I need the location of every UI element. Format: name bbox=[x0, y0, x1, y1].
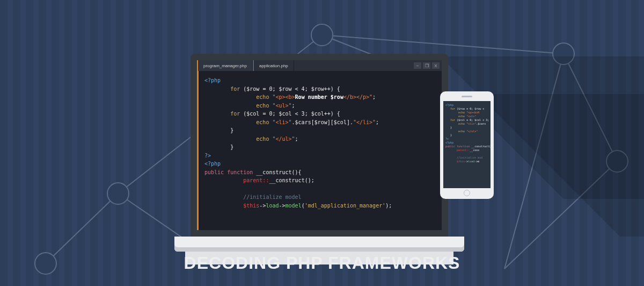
code-token: "</ul>" bbox=[272, 136, 295, 142]
phone-home-button bbox=[464, 190, 470, 196]
code-token: "</ul>" bbox=[466, 130, 478, 133]
code-token: -> bbox=[279, 203, 286, 209]
svg-point-8 bbox=[35, 253, 56, 274]
code-token: echo bbox=[256, 136, 272, 142]
code-token: .$cars[$row][$col]. bbox=[292, 119, 353, 125]
code-token: </b></p>" bbox=[343, 94, 372, 100]
code-token: echo bbox=[458, 111, 466, 114]
laptop-base bbox=[174, 237, 464, 252]
code-token: //initialize model bbox=[243, 194, 301, 200]
code-token: } bbox=[230, 144, 233, 150]
code-token: for bbox=[230, 111, 240, 117]
close-button[interactable]: X bbox=[432, 62, 440, 69]
code-token: echo bbox=[458, 115, 466, 118]
code-token: echo bbox=[458, 130, 466, 133]
code-token: (){ bbox=[489, 145, 491, 148]
code-token: "<p><b> bbox=[272, 94, 295, 100]
code-token: ; bbox=[295, 136, 298, 142]
code-token: ; bbox=[376, 119, 379, 125]
laptop-screen: program_manager.php application.php − ❐ … bbox=[191, 54, 448, 237]
code-token: "</li>" bbox=[353, 119, 376, 125]
code-token: Row number $row bbox=[295, 94, 343, 100]
svg-line-4 bbox=[322, 35, 564, 54]
code-token: "<p><b>R bbox=[466, 111, 479, 114]
laptop-illustration: program_manager.php application.php − ❐ … bbox=[191, 54, 448, 252]
code-token: ?> bbox=[204, 153, 211, 159]
code-token: parent:: bbox=[243, 177, 269, 183]
code-token: __construct bbox=[256, 169, 291, 175]
code-token: "<li>" bbox=[272, 119, 291, 125]
code-token: __construct bbox=[269, 177, 304, 183]
code-token: echo bbox=[256, 94, 272, 100]
code-token: ?> bbox=[445, 137, 449, 140]
code-token: -> bbox=[259, 203, 266, 209]
code-token: ($row = 0; $row < 4; $row++) { bbox=[240, 86, 340, 92]
code-token: load bbox=[468, 160, 474, 163]
code-token: "<ul>" bbox=[466, 115, 476, 118]
code-token: ; bbox=[292, 103, 295, 109]
tab-program-manager[interactable]: program_manager.php bbox=[197, 60, 253, 71]
code-token: ->m bbox=[474, 160, 479, 163]
code-editor: <?php for ($row = 0; $row < 4; $row++) {… bbox=[197, 71, 442, 215]
phone-screen: <?php for ($row = 0; $row < echo "<p><b>… bbox=[443, 101, 491, 188]
tab-label: program_manager.php bbox=[203, 63, 247, 68]
code-token: $this bbox=[243, 203, 259, 209]
code-token: <?php bbox=[204, 161, 221, 167]
code-token: ); bbox=[385, 203, 392, 209]
code-token: .$cars bbox=[476, 122, 486, 125]
code-token: "<ul>" bbox=[272, 103, 291, 109]
code-token: ($row = 0; $row < bbox=[455, 107, 484, 110]
page-title: DECODING PHP FRAMEWORKS bbox=[184, 253, 460, 273]
svg-point-9 bbox=[107, 183, 129, 204]
editor-tabbar: program_manager.php application.php − ❐ … bbox=[197, 60, 442, 71]
code-token: parent:: bbox=[457, 148, 470, 152]
code-token: <?php bbox=[445, 103, 453, 106]
code-token: for bbox=[450, 107, 455, 110]
active-file-indicator bbox=[197, 71, 199, 230]
code-token: __construct bbox=[471, 145, 489, 148]
code-token: public function bbox=[204, 169, 256, 175]
phone-speaker bbox=[462, 96, 472, 97]
code-token: __cons bbox=[470, 148, 479, 152]
code-token: ; bbox=[372, 94, 376, 100]
code-token: ($col = 0; $col < 3; bbox=[455, 118, 489, 121]
tab-label: application.php bbox=[259, 63, 288, 68]
code-token: echo bbox=[256, 119, 272, 125]
code-token: 'mdl_application_manager' bbox=[305, 203, 386, 209]
minimize-button[interactable]: − bbox=[414, 62, 421, 69]
code-token: <?php bbox=[204, 77, 221, 83]
window-controls: − ❐ X bbox=[414, 60, 442, 71]
svg-line-0 bbox=[46, 194, 118, 263]
code-token: echo bbox=[458, 122, 466, 125]
svg-point-10 bbox=[311, 24, 333, 46]
code-token: for bbox=[230, 86, 240, 92]
code-token: //initialize mod bbox=[457, 156, 482, 159]
code-token: <?php bbox=[445, 141, 453, 144]
code-token: echo bbox=[256, 103, 272, 109]
code-token: ($col = 0; $col < 3; $col++) { bbox=[240, 111, 340, 117]
code-token: public function bbox=[445, 145, 471, 148]
code-token: } bbox=[450, 126, 452, 129]
code-token: (); bbox=[305, 177, 314, 183]
code-token: load bbox=[266, 203, 279, 209]
code-token: $this bbox=[457, 160, 465, 163]
code-token: } bbox=[230, 127, 233, 133]
code-token: } bbox=[450, 133, 452, 137]
maximize-button[interactable]: ❐ bbox=[423, 62, 430, 69]
code-token: (){ bbox=[292, 169, 302, 175]
tab-application[interactable]: application.php bbox=[253, 60, 294, 71]
code-token: for bbox=[450, 118, 455, 121]
code-token: model bbox=[286, 203, 302, 209]
code-token: "<li>" bbox=[466, 122, 476, 125]
phone-illustration: <?php for ($row = 0; $row < echo "<p><b>… bbox=[440, 91, 494, 199]
